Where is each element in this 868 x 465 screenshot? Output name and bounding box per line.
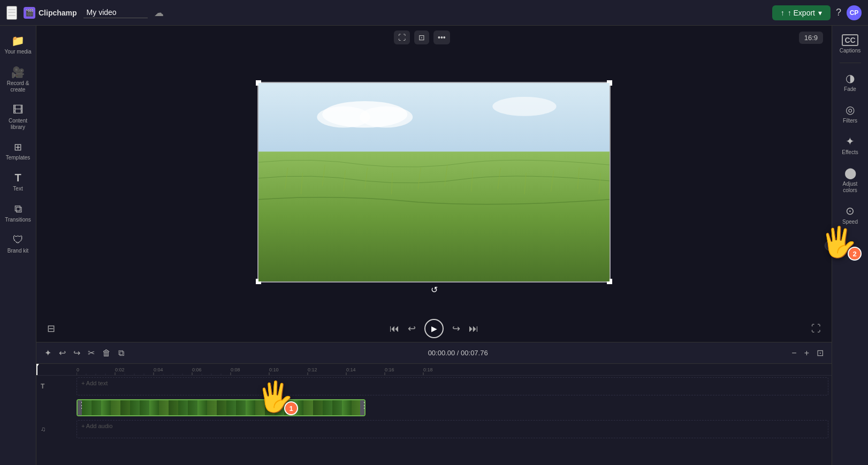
skip-back-button[interactable]: ⏮ (390, 323, 399, 334)
video-clip[interactable]: ⋮ ⋮ (77, 399, 366, 416)
audio-track-row: ♫ + Add audio (36, 418, 832, 440)
right-sidebar-item-effects[interactable]: ✦ Effects (834, 131, 866, 160)
tracks-container: T + Add text ⋮ ⋮ (36, 376, 832, 465)
add-text-label[interactable]: + Add text (77, 380, 108, 386)
right-sidebar-item-speed[interactable]: ⊙ Speed (834, 200, 866, 230)
timeline-ruler: 0 0:02 0:04 0:06 0:08 0:10 (36, 364, 832, 376)
fullscreen-button[interactable]: ⛶ (811, 323, 821, 334)
sidebar-divider (840, 63, 861, 63)
svg-text:0:04: 0:04 (154, 367, 163, 372)
svg-text:0: 0 (77, 367, 79, 372)
sidebar-item-transitions[interactable]: ⧉ Transitions (2, 199, 34, 227)
sidebar-item-brand-kit[interactable]: 🛡 Brand kit (2, 230, 34, 258)
clip-right-handle[interactable]: ⋮ (360, 400, 364, 415)
redo-button[interactable]: ↪ (72, 346, 82, 360)
export-chevron: ▾ (818, 9, 822, 17)
help-icon[interactable]: ? (836, 7, 841, 18)
play-button[interactable]: ▶ (424, 319, 444, 338)
transitions-icon: ⧉ (14, 203, 22, 215)
speed-label: Speed (842, 219, 858, 225)
audio-track-icon: ♫ (41, 425, 45, 433)
duplicate-button[interactable]: ⧉ (117, 347, 126, 360)
hamburger-menu[interactable]: ☰ (6, 6, 17, 20)
magic-button[interactable]: ✦ (43, 346, 53, 360)
forward-button[interactable]: ↪ (452, 323, 460, 334)
video-scene (258, 83, 610, 281)
fade-label: Fade (844, 86, 856, 93)
timeline-toolbar-right: − + ⊡ (790, 346, 825, 360)
topbar: ☰ 🎬 Clipchamp ☁ ↑ ↑ Export ▾ ? CP (0, 0, 868, 26)
export-button[interactable]: ↑ ↑ Export ▾ (772, 5, 831, 20)
playback-left: ⊟ (47, 323, 74, 334)
svg-point-5 (492, 97, 556, 116)
undo-button[interactable]: ↩ (57, 346, 67, 360)
right-sidebar-item-filters[interactable]: ◎ Filters (834, 99, 866, 128)
rotate-handle[interactable]: ↺ (431, 285, 438, 295)
audio-track-body: + Add audio (77, 420, 828, 438)
svg-text:0:14: 0:14 (346, 367, 356, 372)
timeline-time-display: 00:00.00 / 00:07.76 (428, 349, 488, 357)
right-sidebar-item-fade[interactable]: ◑ Fade (834, 67, 866, 97)
sidebar-item-templates[interactable]: ⊞ Templates (2, 137, 34, 165)
audio-track-label: ♫ (36, 425, 77, 433)
svg-rect-6 (258, 151, 610, 281)
video-track-row: ⋮ ⋮ (36, 397, 832, 418)
sidebar-item-content-library[interactable]: 🎞 Contentlibrary (2, 100, 34, 135)
sidebar-item-label: Contentlibrary (9, 118, 27, 131)
preview-toolbar-right: 16:9 (799, 32, 823, 44)
svg-text:0:10: 0:10 (269, 367, 279, 372)
sidebar-collapse-button[interactable]: ‹ (825, 240, 835, 251)
timeline-toolbar: ✦ ↩ ↪ ✂ 🗑 ⧉ 00:00.00 / 00:07.76 − + ⊡ (36, 342, 832, 364)
playback-center: ⏮ ↩ ▶ ↪ ⏭ (390, 319, 478, 338)
video-title-input[interactable] (83, 7, 148, 18)
right-sidebar: ‹ CC Captions ◑ Fade ◎ Filters ✦ Effects… (832, 26, 868, 465)
skip-forward-button[interactable]: ⏭ (469, 323, 478, 334)
filters-label: Filters (843, 118, 857, 124)
brand-kit-icon: 🛡 (13, 234, 24, 246)
clip-frames (82, 400, 360, 415)
svg-text:0:08: 0:08 (231, 367, 240, 372)
effects-label: Effects (842, 149, 858, 156)
playback-controls: ⊟ ⏮ ↩ ▶ ↪ ⏭ ⛶ (36, 315, 832, 342)
video-frame (258, 83, 610, 281)
fit-button[interactable]: ⊡ (414, 31, 429, 44)
text-track-icon: T (41, 383, 44, 390)
video-track-body: ⋮ ⋮ (77, 399, 828, 417)
center-area: ⛶ ⊡ ••• 16:9 (36, 26, 832, 465)
effects-icon: ✦ (846, 135, 855, 148)
sidebar-item-label: Transitions (5, 217, 31, 223)
timeline-toolbar-left: ✦ ↩ ↪ ✂ 🗑 ⧉ (43, 346, 126, 360)
text-track-label: T (36, 383, 77, 390)
content-library-icon: 🎞 (13, 104, 24, 116)
export-label: ↑ Export (788, 9, 815, 17)
svg-rect-1 (258, 83, 610, 157)
sidebar-item-record[interactable]: 🎥 Record &create (2, 62, 34, 97)
cut-button[interactable]: ✂ (86, 346, 96, 360)
fit-timeline-button[interactable]: ⊡ (815, 346, 825, 360)
svg-text:0:18: 0:18 (423, 367, 433, 372)
sidebar-item-label: Text (13, 186, 22, 192)
captions-icon: CC (842, 34, 858, 46)
rewind-button[interactable]: ↩ (408, 323, 416, 334)
right-sidebar-item-adjust-colors[interactable]: ⬤ Adjust colors (834, 162, 866, 198)
more-options-button[interactable]: ••• (433, 31, 450, 44)
playhead-line (36, 364, 37, 376)
zoom-in-button[interactable]: + (803, 347, 811, 360)
templates-icon: ⊞ (14, 141, 22, 153)
video-preview-container[interactable]: ↺ (257, 82, 611, 283)
delete-button[interactable]: 🗑 (101, 347, 112, 360)
clip-left-handle[interactable]: ⋮ (78, 400, 82, 415)
main-area: 📁 Your media 🎥 Record &create 🎞 Contentl… (0, 26, 868, 465)
subtitle-toggle-button[interactable]: ⊟ (47, 323, 55, 334)
sidebar-item-text[interactable]: T Text (2, 167, 34, 196)
zoom-out-button[interactable]: − (790, 347, 798, 360)
sidebar-item-your-media[interactable]: 📁 Your media (2, 30, 34, 59)
topbar-right: ↑ ↑ Export ▾ ? CP (772, 5, 862, 20)
crop-button[interactable]: ⛶ (394, 31, 410, 44)
fade-icon: ◑ (846, 72, 855, 85)
add-audio-label[interactable]: + Add audio (77, 423, 112, 429)
right-sidebar-item-captions[interactable]: CC Captions (834, 30, 866, 58)
svg-text:0:06: 0:06 (192, 367, 202, 372)
svg-text:0:12: 0:12 (308, 367, 317, 372)
avatar[interactable]: CP (847, 5, 862, 20)
